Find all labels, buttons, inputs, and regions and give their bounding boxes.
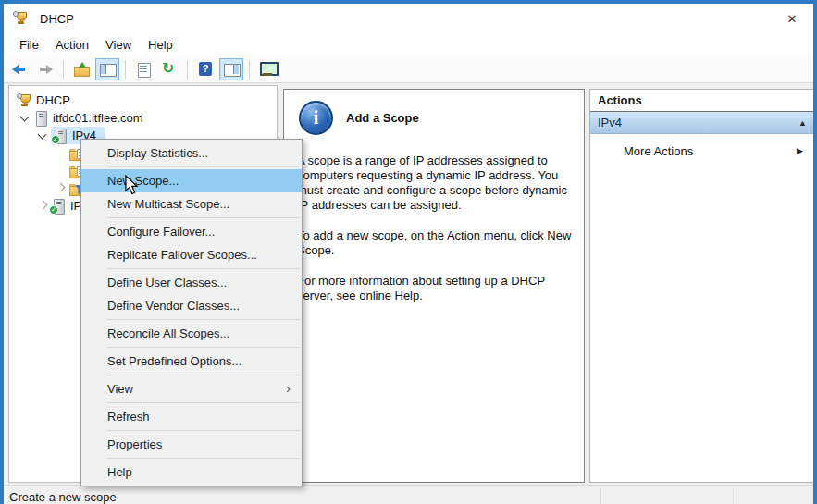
menu-separator: [107, 430, 300, 431]
back-icon: [11, 62, 28, 77]
chevron-right-icon[interactable]: [34, 197, 51, 215]
refresh-button[interactable]: [157, 58, 181, 80]
chevron-right-icon[interactable]: [52, 179, 68, 197]
submenu-arrow-icon: ▶: [797, 146, 803, 155]
menu-item-help[interactable]: Help: [81, 461, 302, 484]
menu-separator: [107, 402, 300, 403]
properties-icon: [135, 62, 152, 77]
toolbar-separator: [63, 60, 64, 79]
dhcp-console-window: DHCP ✕ FileActionViewHelp DHCPitfdc01.it…: [0, 0, 817, 504]
statusbar-divider: [733, 488, 734, 504]
up-folder-button[interactable]: [69, 58, 93, 80]
console-tree-button[interactable]: [95, 58, 119, 80]
monitor-button[interactable]: [255, 58, 279, 80]
menu-help[interactable]: Help: [140, 35, 181, 55]
toolbar: [4, 56, 813, 83]
menu-item-new-scope[interactable]: New Scope...: [81, 169, 302, 192]
info-icon: i: [299, 101, 333, 135]
action-pane-button[interactable]: [219, 58, 243, 80]
close-icon: ✕: [787, 13, 798, 25]
close-button[interactable]: ✕: [771, 4, 813, 33]
refresh-icon: [161, 62, 178, 77]
properties-button[interactable]: [131, 58, 155, 80]
tree-item-itfdc01-itflee-com[interactable]: itfdc01.itflee.com: [9, 109, 277, 127]
maximize-button[interactable]: [728, 4, 771, 33]
monitor-icon: [259, 62, 276, 77]
toolbar-separator: [125, 60, 126, 79]
status-text: Create a new scope: [9, 490, 117, 504]
ok-badge-icon: ✓: [49, 205, 58, 215]
detail-title: Add a Scope: [346, 111, 419, 125]
submenu-chevron-icon: ›: [286, 377, 291, 400]
server-check-icon: ✓: [53, 129, 68, 143]
tree-item-label: DHCP: [36, 93, 70, 107]
menu-separator: [107, 458, 300, 459]
title-bar: DHCP ✕: [4, 4, 813, 33]
menu-item-set-predefined-options[interactable]: Set Predefined Options...: [81, 350, 302, 373]
more-actions-label: More Actions: [624, 144, 693, 158]
action-pane-icon: [223, 62, 240, 77]
server-check-icon: ✓: [51, 199, 66, 214]
menu-item-display-statistics[interactable]: Display Statistics...: [81, 141, 302, 165]
menu-item-properties[interactable]: Properties: [81, 433, 302, 456]
collapse-icon[interactable]: ▲: [798, 118, 807, 128]
detail-paragraph: A scope is a range of IP addresses assig…: [297, 154, 575, 213]
context-menu: Display Statistics...New Scope...New Mul…: [80, 139, 303, 486]
menu-item-configure-failover[interactable]: Configure Failover...: [81, 220, 302, 243]
menu-item-replicate-failover-scopes[interactable]: Replicate Failover Scopes...: [81, 243, 302, 266]
actions-header: Actions: [590, 90, 816, 112]
menu-action[interactable]: Action: [47, 35, 97, 55]
menu-item-new-multicast-scope[interactable]: New Multicast Scope...: [81, 192, 302, 215]
menu-separator: [107, 217, 300, 218]
up-folder-icon: [73, 62, 90, 77]
ok-badge-icon: ✓: [51, 135, 60, 144]
window-title: DHCP: [40, 12, 74, 26]
tree-spacer: [52, 162, 68, 179]
statusbar-divider: [600, 488, 601, 504]
back-button[interactable]: [7, 58, 31, 80]
menu-separator: [107, 319, 300, 320]
detail-body: A scope is a range of IP addresses assig…: [297, 154, 571, 303]
actions-pane: Actions IPv4 ▲ More Actions ▶: [589, 89, 817, 483]
more-actions-item[interactable]: More Actions ▶: [590, 140, 816, 162]
tree-item-label: itfdc01.itflee.com: [53, 111, 143, 125]
actions-group-ipv4[interactable]: IPv4 ▲: [590, 112, 816, 134]
menu-separator: [107, 347, 300, 348]
dhcp-app-icon: [13, 11, 28, 26]
forward-button[interactable]: [33, 58, 57, 80]
actions-group-label: IPv4: [598, 116, 622, 129]
minimize-button[interactable]: [686, 4, 728, 33]
menu-item-refresh[interactable]: Refresh: [81, 405, 302, 428]
menu-item-define-vendor-classes[interactable]: Define Vendor Classes...: [81, 294, 302, 317]
detail-paragraph: To add a new scope, on the Action menu, …: [297, 228, 575, 258]
menu-item-define-user-classes[interactable]: Define User Classes...: [81, 271, 302, 294]
tree-item-dhcp[interactable]: DHCP: [9, 92, 277, 109]
toolbar-separator: [249, 60, 250, 79]
chevron-down-icon[interactable]: [34, 127, 51, 144]
mouse-cursor-icon: [122, 175, 141, 195]
status-bar: Create a new scope: [4, 485, 813, 504]
console-tree-icon: [99, 62, 116, 77]
menu-bar: FileActionViewHelp: [4, 33, 813, 56]
help-icon: [197, 62, 214, 77]
menu-item-reconcile-all-scopes[interactable]: Reconcile All Scopes...: [81, 322, 302, 345]
detail-pane: i Add a Scope A scope is a range of IP a…: [283, 89, 585, 483]
forward-icon: [37, 62, 54, 77]
dhcp-icon: [17, 93, 31, 108]
menu-separator: [107, 166, 300, 167]
tree-spacer: [52, 144, 68, 162]
menu-separator: [107, 268, 300, 269]
toolbar-separator: [187, 60, 188, 79]
menu-item-view[interactable]: View›: [81, 377, 302, 400]
server-icon: [33, 111, 48, 126]
menu-separator: [107, 375, 300, 375]
detail-header: i Add a Scope: [299, 101, 571, 135]
menu-file[interactable]: File: [11, 35, 47, 55]
menu-view[interactable]: View: [97, 35, 140, 55]
chevron-down-icon[interactable]: [17, 109, 33, 127]
help-button[interactable]: [193, 58, 217, 80]
detail-paragraph: For more information about setting up a …: [297, 274, 575, 303]
